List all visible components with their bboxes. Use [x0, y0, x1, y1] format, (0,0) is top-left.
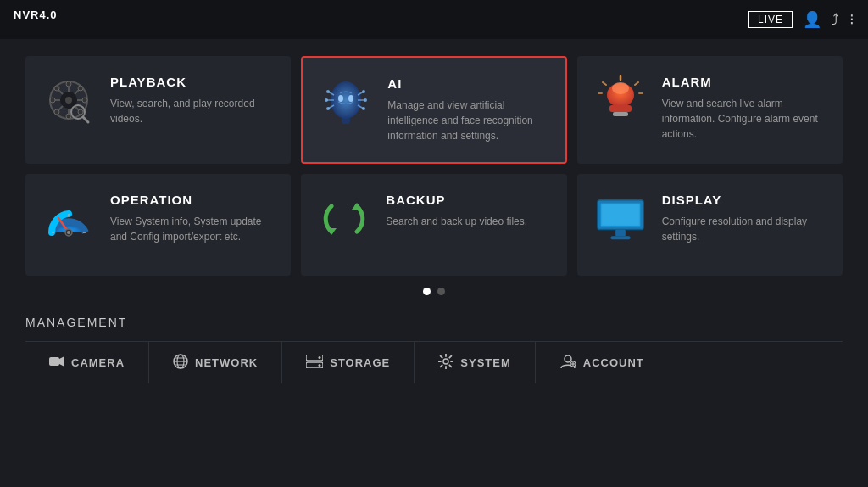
camera-label: CAMERA [71, 356, 125, 369]
backup-description: Search and back up video files. [386, 214, 527, 229]
svg-point-27 [326, 107, 330, 110]
playback-description: View, search, and play recorded videos. [110, 96, 274, 126]
alarm-description: View and search live alarm information. … [662, 96, 826, 142]
svg-point-16 [78, 109, 83, 115]
display-description: Configure resolution and display setting… [662, 214, 826, 244]
network-label: NETWORK [195, 356, 258, 369]
svg-rect-60 [49, 357, 59, 366]
operation-text: OPERATION View System info, System updat… [110, 193, 274, 244]
card-alarm[interactable]: ALARM View and search live alarm informa… [577, 56, 843, 164]
svg-point-2 [65, 97, 72, 104]
backup-text: BACKUP Search and back up video files. [386, 193, 527, 229]
display-icon [594, 193, 647, 245]
svg-point-51 [67, 231, 70, 234]
svg-point-18 [78, 86, 83, 91]
svg-point-70 [319, 364, 321, 367]
dot-2[interactable] [437, 288, 445, 295]
ai-text: AI Manage and view artificial intelligen… [387, 76, 548, 143]
card-ai[interactable]: AI Manage and view artificial intelligen… [301, 56, 566, 164]
svg-point-13 [50, 98, 55, 103]
display-text: DISPLAY Configure resolution and display… [662, 193, 826, 244]
alarm-title: ALARM [662, 75, 826, 89]
svg-point-32 [364, 98, 367, 102]
svg-point-69 [319, 356, 321, 359]
svg-point-25 [326, 90, 330, 93]
mgmt-item-account[interactable]: ACCOUNT [536, 342, 668, 383]
mgmt-item-network[interactable]: NETWORK [149, 342, 282, 383]
operation-icon [42, 193, 95, 245]
main-content: PLAYBACK View, search, and play recorded… [0, 39, 868, 316]
svg-rect-57 [615, 230, 626, 237]
ai-title: AI [387, 76, 548, 91]
dot-1[interactable] [423, 288, 431, 295]
svg-marker-61 [59, 356, 64, 367]
svg-point-31 [362, 90, 365, 93]
pagination-dots [25, 288, 843, 295]
account-label: ACCOUNT [583, 356, 644, 369]
svg-rect-58 [610, 236, 630, 239]
card-display[interactable]: DISPLAY Configure resolution and display… [577, 174, 843, 276]
operation-description: View System info, System update and Conf… [110, 214, 274, 244]
backup-title: BACKUP [386, 193, 527, 207]
storage-icon [306, 355, 323, 371]
playback-title: PLAYBACK [110, 75, 274, 89]
export-icon[interactable]: ⤴ [832, 11, 839, 29]
management-title: MANAGEMENT [25, 316, 843, 329]
logo-text: NVR [14, 8, 39, 21]
management-section: MANAGEMENT CAMERA NETWORK [0, 316, 868, 383]
system-label: SYSTEM [460, 356, 510, 369]
svg-rect-39 [609, 105, 632, 112]
svg-line-42 [603, 82, 606, 85]
svg-line-20 [83, 117, 88, 122]
svg-point-15 [54, 86, 59, 91]
alarm-icon [594, 75, 647, 127]
camera-icon [49, 355, 64, 370]
mgmt-item-system[interactable]: SYSTEM [415, 342, 535, 383]
operation-title: OPERATION [110, 193, 274, 207]
backup-icon [318, 193, 370, 245]
cards-grid: PLAYBACK View, search, and play recorded… [25, 56, 843, 276]
svg-point-72 [565, 355, 571, 362]
svg-point-38 [612, 82, 629, 94]
svg-point-34 [338, 95, 343, 102]
svg-point-11 [66, 81, 71, 87]
header-controls: LIVE 👤 ⤴ ⁝ [748, 10, 854, 29]
storage-label: STORAGE [330, 356, 390, 369]
svg-point-12 [66, 114, 71, 119]
svg-point-33 [362, 107, 365, 110]
card-operation[interactable]: OPERATION View System info, System updat… [25, 174, 291, 276]
svg-point-21 [331, 81, 361, 119]
logo: NVR4.0 [14, 8, 58, 31]
playback-icon [42, 75, 95, 127]
mgmt-item-camera[interactable]: CAMERA [25, 342, 149, 383]
live-button[interactable]: LIVE [748, 11, 793, 28]
management-items: CAMERA NETWORK [25, 341, 843, 383]
system-icon [438, 354, 453, 372]
svg-point-14 [82, 98, 87, 103]
network-icon [173, 354, 188, 372]
svg-point-71 [443, 359, 448, 364]
svg-rect-59 [602, 205, 638, 225]
alarm-text: ALARM View and search live alarm informa… [662, 75, 826, 142]
svg-rect-36 [342, 117, 350, 124]
svg-rect-40 [613, 112, 628, 116]
playback-text: PLAYBACK View, search, and play recorded… [110, 75, 274, 126]
card-backup[interactable]: BACKUP Search and back up video files. [301, 174, 566, 276]
display-title: DISPLAY [662, 193, 826, 207]
svg-marker-52 [352, 203, 362, 210]
card-playback[interactable]: PLAYBACK View, search, and play recorded… [25, 56, 291, 164]
mgmt-item-storage[interactable]: STORAGE [282, 342, 415, 383]
svg-point-26 [325, 98, 328, 102]
svg-point-17 [54, 109, 59, 115]
grid-icon[interactable]: ⁝ [849, 10, 854, 29]
ai-description: Manage and view artificial intelligence … [387, 98, 548, 143]
user-icon[interactable]: 👤 [803, 10, 821, 29]
header: NVR4.0 LIVE 👤 ⤴ ⁝ [0, 0, 868, 39]
svg-marker-53 [326, 228, 337, 235]
svg-line-43 [635, 82, 638, 85]
ai-icon [320, 76, 372, 129]
svg-point-35 [348, 95, 353, 102]
account-icon [559, 354, 576, 372]
logo-version: 4.0 [39, 8, 57, 21]
